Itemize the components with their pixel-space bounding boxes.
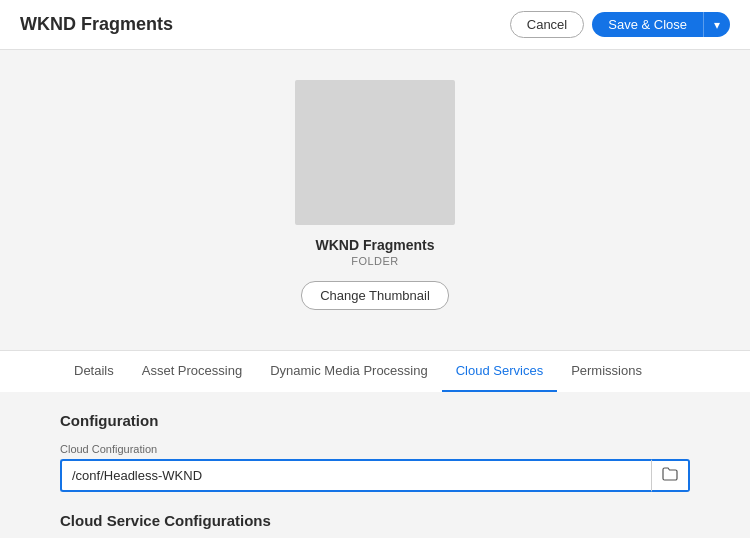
cancel-button[interactable]: Cancel (510, 11, 584, 38)
save-close-button[interactable]: Save & Close (592, 12, 703, 37)
cloud-config-input[interactable] (60, 459, 651, 492)
change-thumbnail-button[interactable]: Change Thumbnail (301, 281, 449, 310)
cloud-services-panel: Configuration Cloud Configuration Cloud … (0, 392, 750, 538)
tab-dynamic-media[interactable]: Dynamic Media Processing (256, 351, 442, 392)
folder-name: WKND Fragments (315, 237, 434, 253)
save-dropdown-button[interactable]: ▾ (703, 12, 730, 37)
thumbnail-image (295, 80, 455, 225)
folder-icon (662, 467, 678, 484)
cloud-service-config-title: Cloud Service Configurations (60, 512, 690, 529)
tab-cloud-services[interactable]: Cloud Services (442, 351, 557, 392)
tab-permissions[interactable]: Permissions (557, 351, 656, 392)
tab-asset-processing[interactable]: Asset Processing (128, 351, 256, 392)
folder-type: FOLDER (351, 255, 399, 267)
header: WKND Fragments Cancel Save & Close ▾ (0, 0, 750, 50)
configuration-title: Configuration (60, 412, 690, 429)
page-title: WKND Fragments (20, 14, 173, 35)
header-actions: Cancel Save & Close ▾ (510, 11, 730, 38)
thumbnail-section: WKND Fragments FOLDER Change Thumbnail (295, 80, 455, 310)
folder-browse-button[interactable] (651, 459, 690, 492)
cloud-config-label: Cloud Configuration (60, 443, 690, 455)
save-group: Save & Close ▾ (592, 12, 730, 37)
tabs-container: Details Asset Processing Dynamic Media P… (0, 350, 750, 538)
main-content: WKND Fragments FOLDER Change Thumbnail D… (0, 50, 750, 538)
chevron-down-icon: ▾ (714, 18, 720, 32)
cloud-config-input-row (60, 459, 690, 492)
tabs: Details Asset Processing Dynamic Media P… (0, 351, 750, 392)
tab-details[interactable]: Details (60, 351, 128, 392)
